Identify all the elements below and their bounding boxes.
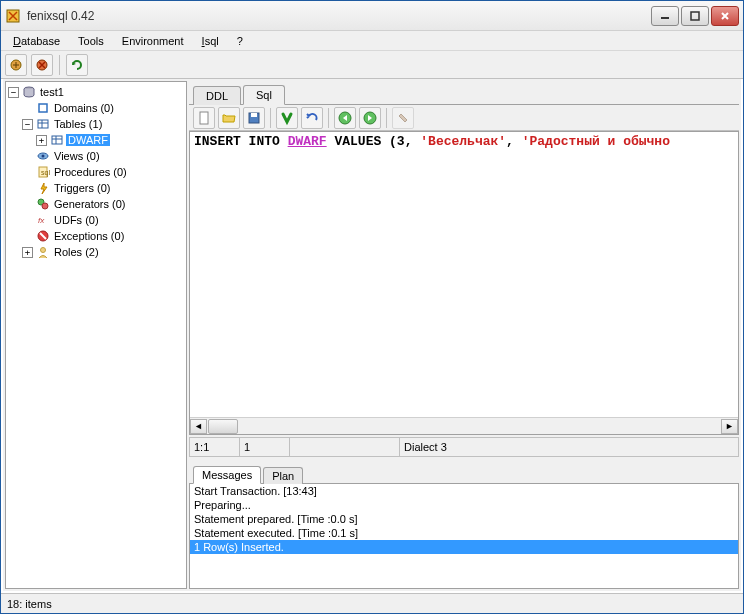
- object-tree: − test1 Domains (0) − Tables (1): [6, 82, 186, 262]
- open-button[interactable]: [218, 107, 240, 129]
- next-button[interactable]: [359, 107, 381, 129]
- expand-icon[interactable]: +: [36, 135, 47, 146]
- app-icon: [5, 8, 21, 24]
- view-icon: [36, 149, 50, 163]
- sql-string: 'Весельчак': [420, 134, 506, 149]
- svg-rect-7: [38, 120, 48, 128]
- tree-procedures[interactable]: sql Procedures (0): [8, 164, 184, 180]
- main-area: − test1 Domains (0) − Tables (1): [1, 79, 743, 593]
- sql-editor[interactable]: INSERT INTO DWARF VALUES (3, 'Весельчак'…: [190, 132, 738, 417]
- tree-views[interactable]: Views (0): [8, 148, 184, 164]
- dialect-label: Dialect 3: [400, 438, 738, 456]
- tree-tables[interactable]: − Tables (1): [8, 116, 184, 132]
- titlebar: fenixsql 0.42: [1, 1, 743, 31]
- tree-domains[interactable]: Domains (0): [8, 100, 184, 116]
- tree-domains-label: Domains (0): [52, 102, 116, 114]
- tab-sql[interactable]: Sql: [243, 85, 285, 105]
- refresh-button[interactable]: [66, 54, 88, 76]
- sql-string: 'Радостный и обычно: [522, 134, 670, 149]
- tree-generators[interactable]: Generators (0): [8, 196, 184, 212]
- expand-icon[interactable]: +: [22, 247, 33, 258]
- scroll-thumb[interactable]: [208, 419, 238, 434]
- tree-procedures-label: Procedures (0): [52, 166, 129, 178]
- connect-button[interactable]: [5, 54, 27, 76]
- tree-root[interactable]: − test1: [8, 84, 184, 100]
- table-icon: [36, 117, 50, 131]
- message-line: Statement executed. [Time :0.1 s]: [190, 526, 738, 540]
- menu-isql[interactable]: Isql: [194, 33, 227, 49]
- sql-toolbar: [189, 105, 739, 131]
- menu-database[interactable]: Databasedocument.currentScript.previousE…: [5, 33, 68, 49]
- cursor-col: 1: [240, 438, 290, 456]
- new-button[interactable]: [193, 107, 215, 129]
- maximize-button[interactable]: [681, 6, 709, 26]
- tree-triggers[interactable]: Triggers (0): [8, 180, 184, 196]
- collapse-icon[interactable]: −: [22, 119, 33, 130]
- message-line-selected: 1 Row(s) Inserted.: [190, 540, 738, 554]
- scroll-right-icon[interactable]: ►: [721, 419, 738, 434]
- minimize-button[interactable]: [651, 6, 679, 26]
- svg-rect-23: [200, 112, 208, 124]
- main-toolbar: [1, 51, 743, 79]
- tree-generators-label: Generators (0): [52, 198, 128, 210]
- editor-statusbar: 1:1 1 Dialect 3: [189, 437, 739, 457]
- svg-point-14: [42, 155, 45, 158]
- close-button[interactable]: [711, 6, 739, 26]
- tree-exceptions[interactable]: Exceptions (0): [8, 228, 184, 244]
- tree-roles[interactable]: + Roles (2): [8, 244, 184, 260]
- result-tabs: Messages Plan: [189, 461, 739, 483]
- clear-button[interactable]: [392, 107, 414, 129]
- toolbar-separator: [270, 108, 271, 128]
- table-icon: [50, 133, 64, 147]
- svg-text:sql: sql: [41, 169, 50, 177]
- tree-udfs-label: UDFs (0): [52, 214, 101, 226]
- svg-text:fx: fx: [38, 216, 45, 225]
- tree-panel[interactable]: − test1 Domains (0) − Tables (1): [5, 81, 187, 589]
- window-title: fenixsql 0.42: [27, 9, 651, 23]
- exception-icon: [36, 229, 50, 243]
- messages-panel[interactable]: Start Transaction. [13:43] Preparing... …: [189, 483, 739, 589]
- tab-ddl[interactable]: DDL: [193, 86, 241, 105]
- menu-tools[interactable]: Tools: [70, 33, 112, 49]
- tree-udfs[interactable]: fx UDFs (0): [8, 212, 184, 228]
- database-icon: [22, 85, 36, 99]
- save-button[interactable]: [243, 107, 265, 129]
- tree-tables-label: Tables (1): [52, 118, 104, 130]
- message-line: Start Transaction. [13:43]: [190, 484, 738, 498]
- svg-rect-2: [691, 12, 699, 20]
- undo-button[interactable]: [301, 107, 323, 129]
- execute-button[interactable]: [276, 107, 298, 129]
- horizontal-scrollbar[interactable]: ◄ ►: [190, 417, 738, 434]
- svg-point-22: [41, 248, 46, 253]
- tree-root-label: test1: [38, 86, 66, 98]
- collapse-icon[interactable]: −: [8, 87, 19, 98]
- svg-rect-10: [52, 136, 62, 144]
- tree-dwarf[interactable]: + DWARF: [8, 132, 184, 148]
- toolbar-separator: [59, 55, 60, 75]
- sql-text: ,: [506, 134, 522, 149]
- svg-point-18: [42, 203, 48, 209]
- prev-button[interactable]: [334, 107, 356, 129]
- editor-tabs: DDL Sql: [189, 81, 739, 105]
- app-statusbar: 18: items: [1, 593, 743, 613]
- status-text: 18: items: [7, 598, 52, 610]
- tree-roles-label: Roles (2): [52, 246, 101, 258]
- domain-icon: [36, 101, 50, 115]
- tab-messages[interactable]: Messages: [193, 466, 261, 484]
- scroll-left-icon[interactable]: ◄: [190, 419, 207, 434]
- tab-plan[interactable]: Plan: [263, 467, 303, 484]
- udf-icon: fx: [36, 213, 50, 227]
- window-controls: [651, 6, 739, 26]
- cursor-position: 1:1: [190, 438, 240, 456]
- tree-triggers-label: Triggers (0): [52, 182, 112, 194]
- menu-environment[interactable]: Environment: [114, 33, 192, 49]
- disconnect-button[interactable]: [31, 54, 53, 76]
- sql-editor-container: INSERT INTO DWARF VALUES (3, 'Весельчак'…: [189, 131, 739, 435]
- procedure-icon: sql: [36, 165, 50, 179]
- toolbar-separator: [386, 108, 387, 128]
- trigger-icon: [36, 181, 50, 195]
- app-window: fenixsql 0.42 Databasedocument.currentSc…: [0, 0, 744, 614]
- menu-help[interactable]: ?: [229, 33, 251, 49]
- tree-views-label: Views (0): [52, 150, 102, 162]
- tree-exceptions-label: Exceptions (0): [52, 230, 126, 242]
